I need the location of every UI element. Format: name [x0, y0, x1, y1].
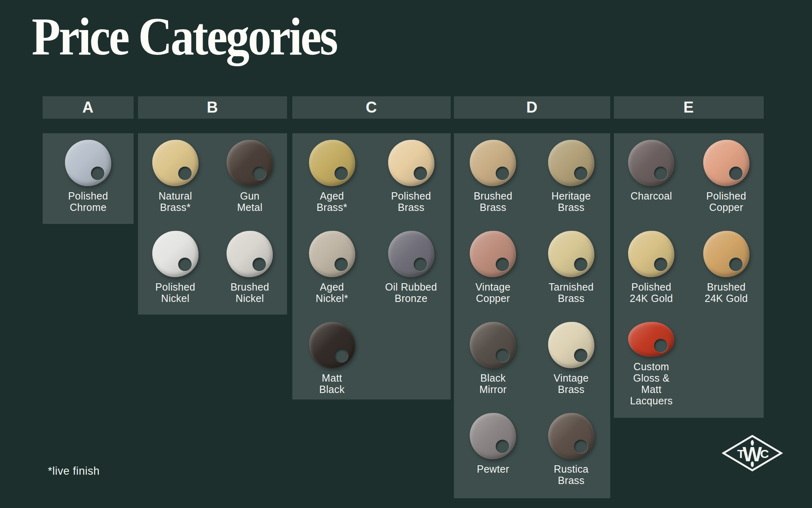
vintage-copper-disc-icon [470, 231, 516, 277]
swatch-custom-lacquers: Custom Gloss & Matt Lacquers [614, 315, 689, 406]
finish-label: Polished Copper [706, 190, 746, 213]
category-e-letter: E [683, 99, 694, 116]
tag-hole-icon [91, 167, 104, 180]
category-b-panel: Natural Brass* Gun Metal Polished Nickel… [138, 133, 287, 315]
pewter-disc-icon [470, 413, 516, 459]
tag-hole-icon [574, 258, 587, 271]
tag-hole-icon [253, 258, 266, 271]
tag-hole-icon [178, 258, 192, 271]
tag-hole-icon [335, 349, 348, 362]
rustica-brass-disc-icon [548, 413, 594, 459]
finish-label: Brushed 24K Gold [704, 281, 748, 304]
tag-hole-icon [496, 349, 509, 362]
tag-hole-icon [496, 167, 509, 180]
swatch-pewter: Pewter [454, 406, 532, 497]
finish-label: Brushed Brass [474, 190, 512, 213]
tag-hole-icon [496, 440, 509, 453]
finish-label: Vintage Copper [475, 281, 510, 304]
tag-hole-icon [335, 167, 348, 180]
swatch-aged-brass: Aged Brass* [292, 133, 371, 224]
tag-hole-icon [729, 167, 743, 180]
category-a-header: A [43, 96, 134, 119]
oil-rubbed-bronze-disc-icon [388, 231, 434, 277]
polished-brass-disc-icon [388, 140, 434, 186]
finish-label: Tarnished Brass [549, 281, 594, 304]
heritage-brass-disc-icon [548, 140, 594, 186]
tag-hole-icon [414, 167, 427, 180]
swatch-gun-metal: Gun Metal [213, 133, 287, 224]
swatch-polished-copper: Polished Copper [689, 133, 764, 224]
finish-label: Gun Metal [237, 190, 263, 213]
category-d-panel: Brushed Brass Heritage Brass Vintage Cop… [454, 133, 610, 498]
brushed-24k-gold-disc-icon [703, 231, 749, 277]
finish-label: Heritage Brass [551, 190, 591, 213]
swatch-natural-brass: Natural Brass* [138, 133, 213, 224]
category-b-letter: B [207, 99, 218, 116]
tag-hole-icon [654, 258, 667, 271]
category-column-d: D Brushed Brass Heritage Brass Vintage C… [454, 96, 610, 498]
category-d-letter: D [526, 99, 538, 116]
finish-label: Oil Rubbed Bronze [385, 281, 437, 304]
swatch-vintage-brass: Vintage Brass [532, 315, 611, 406]
swatch-oil-rubbed-bronze: Oil Rubbed Bronze [371, 224, 451, 315]
category-c-letter: C [366, 99, 377, 116]
swatch-polished-24k-gold: Polished 24K Gold [614, 224, 689, 315]
aged-brass-disc-icon [309, 140, 355, 186]
category-a-letter: A [82, 99, 94, 116]
category-c-header: C [292, 96, 451, 119]
finish-label: Polished Nickel [155, 281, 195, 304]
aged-nickel-disc-icon [309, 231, 355, 277]
price-categories-infographic: Price Categories A Polished Chrome B Nat… [0, 0, 812, 508]
logo-letter-c: C [760, 447, 769, 460]
category-column-a: A Polished Chrome [43, 96, 134, 224]
swatch-brushed-brass: Brushed Brass [454, 133, 532, 224]
gun-metal-disc-icon [227, 140, 273, 186]
live-finish-footnote: *live finish [48, 465, 100, 478]
matt-black-disc-icon [309, 322, 355, 368]
tag-hole-icon [574, 349, 587, 362]
category-b-header: B [138, 96, 287, 119]
finish-label: Matt Black [319, 372, 345, 395]
custom-lacquers-disc-icon [628, 322, 674, 357]
category-column-e: E Charcoal Polished Copper Polished 24K … [614, 96, 764, 419]
tag-hole-icon [253, 167, 266, 180]
logo-letter-w: W [743, 443, 762, 466]
twc-logo: T W C [722, 434, 783, 472]
brushed-nickel-disc-icon [227, 231, 273, 277]
category-column-c: C Aged Brass* Polished Brass Aged Nickel… [292, 96, 451, 399]
category-e-panel: Charcoal Polished Copper Polished 24K Go… [614, 133, 764, 418]
finish-label: Pewter [477, 463, 509, 475]
polished-nickel-disc-icon [152, 231, 199, 277]
tarnished-brass-disc-icon [548, 231, 594, 277]
category-c-panel: Aged Brass* Polished Brass Aged Nickel* … [292, 133, 451, 399]
finish-label: Black Mirror [479, 372, 507, 395]
finish-label: Aged Brass* [317, 190, 347, 213]
swatch-black-mirror: Black Mirror [454, 315, 532, 406]
category-column-b: B Natural Brass* Gun Metal Polished Nick… [138, 96, 287, 315]
vintage-brass-disc-icon [548, 322, 594, 368]
tag-hole-icon [178, 167, 192, 180]
polished-24k-gold-disc-icon [628, 231, 674, 277]
finish-label: Rustica Brass [554, 463, 588, 486]
finish-label: Brushed Nickel [231, 281, 269, 304]
swatch-matt-black: Matt Black [292, 315, 371, 406]
natural-brass-disc-icon [152, 140, 199, 186]
swatch-polished-brass: Polished Brass [371, 133, 451, 224]
polished-copper-disc-icon [703, 140, 749, 186]
swatch-aged-nickel: Aged Nickel* [292, 224, 371, 315]
swatch-vintage-copper: Vintage Copper [454, 224, 532, 315]
category-d-header: D [454, 96, 610, 119]
finish-label: Custom Gloss & Matt Lacquers [630, 361, 673, 406]
swatch-rustica-brass: Rustica Brass [532, 406, 611, 497]
category-e-header: E [614, 96, 764, 119]
tag-hole-icon [729, 258, 743, 271]
charcoal-disc-icon [628, 140, 674, 186]
swatch-heritage-brass: Heritage Brass [532, 133, 611, 224]
polished-chrome-disc-icon [65, 140, 111, 186]
finish-label: Polished Brass [391, 190, 431, 213]
swatch-polished-nickel: Polished Nickel [138, 224, 213, 315]
finish-label: Aged Nickel* [316, 281, 348, 304]
tag-hole-icon [335, 258, 348, 271]
finish-label: Charcoal [631, 190, 672, 202]
finish-label: Natural Brass* [158, 190, 192, 213]
